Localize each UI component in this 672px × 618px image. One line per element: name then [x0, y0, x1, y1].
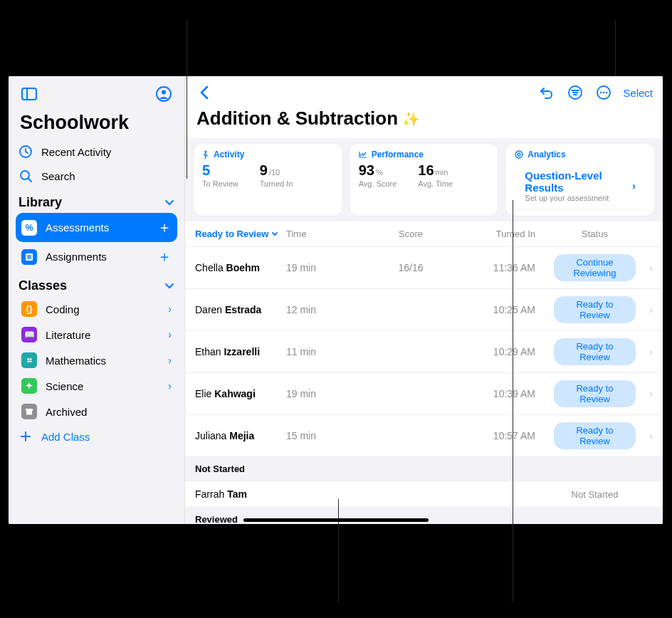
column-header-status[interactable]: Status	[535, 229, 636, 239]
status-pill[interactable]: Continue Reviewing	[554, 254, 636, 281]
table-row[interactable]: Ethan Izzarelli11 min10:29 AMReady to Re…	[185, 331, 663, 373]
clock-icon	[19, 145, 33, 159]
undo-button[interactable]	[537, 83, 556, 102]
chevron-right-icon: ›	[636, 304, 653, 315]
turned-in-label: Turned In	[260, 179, 293, 188]
sidebar-section-library[interactable]: Library	[9, 188, 184, 213]
card-performance[interactable]: Performance 93% Avg. Score 16 min Avg. T…	[350, 144, 498, 216]
column-header-time[interactable]: Time	[286, 229, 364, 239]
chevron-right-icon: ›	[168, 380, 172, 392]
analytics-title: Question-Level Results	[525, 169, 632, 194]
to-review-label: To Review	[202, 179, 238, 188]
app-window: Schoolwork Recent Activity Search Librar…	[9, 76, 663, 524]
filter-button[interactable]	[566, 83, 584, 102]
select-button[interactable]: Select	[623, 87, 653, 99]
sidebar: Schoolwork Recent Activity Search Librar…	[9, 76, 185, 524]
book-icon: 📖	[21, 327, 37, 342]
search-icon	[19, 169, 33, 183]
sidebar-item-archived[interactable]: Archived	[16, 399, 177, 424]
sidebar-item-label: Mathematics	[46, 355, 106, 367]
sidebar-item-label: Coding	[46, 303, 80, 315]
sidebar-item-class-literature[interactable]: 📖Literature ›	[16, 322, 177, 347]
table-row[interactable]: Juliana Mejia15 min10:57 AMReady to Revi…	[185, 415, 663, 457]
sidebar-item-search[interactable]: Search	[9, 164, 184, 188]
walk-icon	[202, 150, 209, 159]
add-assignment-button[interactable]: ＋	[157, 247, 172, 266]
home-indicator	[243, 518, 429, 522]
add-assessment-button[interactable]: ＋	[157, 218, 172, 237]
more-button[interactable]	[594, 83, 613, 102]
sidebar-item-assignments[interactable]: Assignments ＋	[16, 242, 177, 271]
app-title: Schoolwork	[9, 105, 184, 140]
svg-rect-11	[26, 409, 33, 411]
sidebar-item-label: Assignments	[46, 251, 107, 263]
sidebar-item-assessments[interactable]: % Assessments ＋	[16, 213, 177, 242]
flask-icon: ✦	[21, 378, 37, 394]
table-row[interactable]: Elie Kahwagi19 min10:39 AMReady to Revie…	[185, 373, 663, 415]
table-row[interactable]: Chella Boehm19 min16/1611:36 AMContinue …	[185, 247, 663, 289]
sidebar-toggle-icon[interactable]	[19, 83, 40, 105]
sidebar-item-label: Science	[46, 380, 83, 392]
doc-list-icon	[21, 249, 37, 265]
sidebar-item-label: Assessments	[46, 221, 109, 234]
callout-line	[187, 20, 187, 179]
column-header-turned[interactable]: Turned In	[457, 229, 535, 239]
chevron-right-icon: ›	[168, 329, 172, 340]
sidebar-item-class-mathematics[interactable]: ⌗Mathematics ›	[16, 347, 177, 373]
back-button[interactable]	[195, 83, 214, 102]
sidebar-item-class-coding[interactable]: {}Coding ›	[16, 296, 177, 322]
avg-score-value: 93%	[359, 162, 397, 179]
summary-cards: Activity 5 To Review 9/10 Turned In	[185, 138, 663, 221]
chevron-right-icon: ›	[636, 430, 653, 441]
avg-time-label: Avg. Time	[418, 179, 453, 188]
sidebar-item-label: Add Class	[41, 431, 90, 443]
svg-point-22	[606, 92, 608, 94]
column-header-score[interactable]: Score	[364, 229, 457, 239]
sidebar-section-classes[interactable]: Classes	[9, 271, 184, 296]
chevron-right-icon: ›	[168, 303, 172, 315]
chevron-down-icon	[164, 199, 174, 206]
status-text: Not Started	[572, 489, 619, 500]
percent-icon: %	[21, 220, 37, 236]
section-not-started: Not Started	[185, 457, 663, 481]
to-review-value: 5	[202, 162, 238, 179]
status-pill[interactable]: Ready to Review	[554, 338, 636, 365]
chevron-right-icon: ›	[632, 180, 636, 192]
sidebar-item-add-class[interactable]: Add Class	[9, 424, 184, 449]
avg-score-label: Avg. Score	[359, 179, 397, 188]
page-title: Addition & Subtraction ✨	[185, 103, 663, 138]
card-analytics[interactable]: Analytics Question-Level Results Set up …	[506, 144, 654, 216]
account-icon[interactable]	[153, 83, 174, 105]
table-row[interactable]: Daren Estrada12 min10:25 AMReady to Revi…	[185, 289, 663, 331]
svg-point-20	[600, 92, 602, 94]
avg-time-value: 16 min	[418, 162, 453, 179]
svg-rect-0	[22, 88, 36, 100]
archive-icon	[21, 404, 37, 419]
calc-icon: ⌗	[21, 352, 37, 368]
svg-point-24	[515, 151, 523, 158]
sidebar-item-label: Archived	[46, 406, 87, 418]
svg-point-3	[162, 90, 166, 95]
svg-line-6	[28, 179, 31, 182]
status-pill[interactable]: Ready to Review	[554, 380, 636, 407]
sidebar-item-label: Search	[41, 170, 75, 182]
status-pill[interactable]: Ready to Review	[554, 422, 636, 449]
sidebar-item-class-science[interactable]: ✦Science ›	[16, 373, 177, 399]
chevron-right-icon: ›	[168, 355, 172, 366]
chevron-right-icon: ›	[636, 262, 653, 273]
code-icon: {}	[21, 301, 37, 317]
table-row[interactable]: Farrah TamNot Started	[185, 481, 663, 508]
plus-icon	[19, 429, 33, 444]
column-header-ready[interactable]: Ready to Review	[195, 229, 286, 239]
svg-point-25	[518, 153, 520, 156]
target-icon	[515, 150, 523, 159]
table-header: Ready to Review Time Score Turned In Sta…	[185, 221, 663, 247]
sidebar-item-recent[interactable]: Recent Activity	[9, 140, 184, 164]
chart-icon	[359, 151, 367, 158]
status-pill[interactable]: Ready to Review	[554, 296, 636, 323]
svg-point-21	[603, 92, 605, 94]
chevron-down-icon	[164, 283, 174, 290]
callout-line	[615, 20, 616, 76]
svg-rect-12	[26, 411, 32, 415]
card-activity[interactable]: Activity 5 To Review 9/10 Turned In	[194, 144, 342, 216]
